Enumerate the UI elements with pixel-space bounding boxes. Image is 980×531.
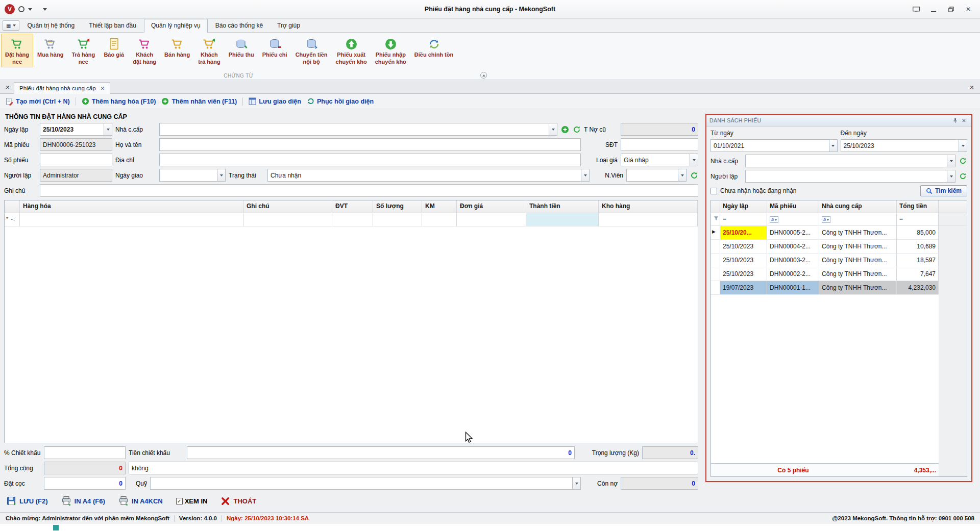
voucher-grid[interactable]: Ngày lập Mã phiếu Nhà cung cấp Tổng tiền… [710,200,967,477]
cell-thanh-tien[interactable] [526,213,599,226]
quick-access-caret-icon[interactable] [28,8,32,13]
filter-cell-ngay-lap[interactable]: = [720,213,767,225]
refresh-employee-button[interactable] [690,171,698,180]
column-header-nha-cung-cap[interactable]: Nhà cung cấp [819,200,897,213]
cell-nha-cung-cap[interactable]: Công ty TNHH Thươn... [819,281,897,294]
cell-so-luong[interactable] [373,213,422,226]
ribbon-button-dat-hang-ncc[interactable]: Đặt hàngncc [1,34,33,67]
ribbon-button-phieu-thu[interactable]: Phiếu thu [225,34,258,67]
preview-checkbox[interactable]: ✓ XEM IN [176,497,208,505]
status-filter-checkbox[interactable] [710,188,717,194]
voucher-grid-filter-row[interactable]: = a a = [711,213,967,226]
cell-kho-hang[interactable] [599,213,698,226]
cell-ma-phieu[interactable]: DHN00003-2... [767,254,819,267]
ribbon-button-chuyen-tien-noi-bo[interactable]: Chuyển tiềnnội bộ [291,34,332,67]
quy-input[interactable] [150,477,581,490]
tien-chiet-khau-input[interactable]: 0 [187,446,575,459]
close-tab-button-left[interactable]: ✕ [2,84,14,93]
ribbon-button-tra-hang-ncc[interactable]: Trả hàngncc [67,34,99,67]
cell-ma-phieu[interactable]: DHN00001-1... [767,281,819,294]
dropdown-arrow-icon[interactable] [581,169,589,181]
print-a4kcn-button[interactable]: IN A4KCN [118,496,163,506]
exit-button[interactable]: THOÁT [220,496,256,506]
dropdown-arrow-icon[interactable] [549,123,557,135]
column-header-don-gia[interactable]: Đơn giá [457,200,526,213]
nha-ccap-input[interactable] [159,123,557,136]
cell-km[interactable] [422,213,457,226]
dropdown-arrow-icon[interactable] [217,169,225,181]
dropdown-arrow-icon[interactable] [829,140,837,151]
column-header-km[interactable]: KM [422,200,457,213]
add-item-button[interactable]: Thêm hàng hóa (F10) [82,97,156,105]
cell-ngay-lap[interactable]: 25/10/2023 [720,267,767,281]
cell-ngay-lap[interactable]: 25/10/2023 [720,240,767,253]
cell-tong-tien[interactable]: 18,597 [897,254,939,267]
dropdown-arrow-icon[interactable] [690,154,698,166]
so-phieu-input[interactable] [40,154,112,166]
cell-nha-cung-cap[interactable]: Công ty TNHH Thươn... [819,254,897,267]
column-header-hang-hoa[interactable]: Hàng hóa [20,200,243,213]
save-layout-button[interactable]: Lưu giao diện [249,97,301,105]
pin-icon[interactable] [951,118,960,123]
dropdown-arrow-icon[interactable] [947,155,955,167]
search-button[interactable]: Tìm kiếm [920,185,967,196]
cell-ngay-lap[interactable]: 19/07/2023 [720,281,767,294]
order-items-grid[interactable]: Hàng hóa Ghi chú ĐVT Số lượng KM Đơn giá… [4,200,698,443]
close-button[interactable]: ✕ [961,3,976,15]
cell-nha-cung-cap[interactable]: Công ty TNHH Thươn... [819,267,897,281]
voucher-row-selected[interactable]: 19/07/2023 DHN00001-1... Công ty TNHH Th… [711,281,939,295]
ghi-chu-input[interactable] [40,184,698,197]
menu-tab-quan-ly-nghiep-vu[interactable]: Quản lý nghiệp vụ [144,19,208,33]
cell-ngay-lap[interactable]: 25/10/2023 [720,254,767,267]
print-a4-button[interactable]: IN A4 (F6) [61,496,105,506]
refresh-supplier-button[interactable] [572,125,581,134]
cell-nha-cung-cap[interactable]: Công ty TNHH Thươn... [819,240,897,253]
filter-cell-tong-tien[interactable]: = [897,213,939,225]
menu-tab-thiet-lap-ban-dau[interactable]: Thiết lập ban đầu [82,19,143,32]
close-icon[interactable]: ✕ [960,118,968,123]
cell-hang-hoa[interactable] [20,213,243,226]
cell-tong-tien[interactable]: 4,232,030 [897,281,939,294]
dropdown-arrow-icon[interactable] [959,140,967,151]
cell-don-gia[interactable] [457,213,526,226]
cell-tong-tien[interactable]: 10,689 [897,240,939,253]
column-header-kho-hang[interactable]: Kho hàng [599,200,698,213]
cell-tong-tien[interactable]: 85,000 [897,226,939,239]
refresh-creator-filter-button[interactable] [959,172,967,181]
close-icon[interactable]: ✕ [101,86,105,91]
dia-chi-input[interactable] [159,154,581,166]
menu-tab-tro-giup[interactable]: Trợ giúp [271,19,307,32]
dat-coc-input[interactable]: 0 [44,477,126,490]
add-employee-button[interactable]: Thêm nhân viên (F11) [161,97,237,105]
restore-button[interactable] [943,3,959,15]
save-button[interactable]: LƯU (F2) [6,496,48,506]
ribbon-button-mua-hang[interactable]: Mua hàng [33,34,67,67]
sdt-input[interactable] [621,138,698,151]
dropdown-arrow-icon[interactable] [947,170,955,182]
cell-tong-tien[interactable]: 7,647 [897,267,939,281]
column-header-dvt[interactable]: ĐVT [332,200,373,213]
tong-cong-bang-chu-field[interactable]: không [129,462,698,474]
column-header-ghi-chu[interactable]: Ghi chú [243,200,332,213]
ribbon-button-khach-dat-hang[interactable]: Kháchđặt hàng [129,34,160,67]
dropdown-arrow-icon[interactable] [104,123,112,135]
ngay-giao-input[interactable] [159,169,226,182]
ho-va-ten-input[interactable] [159,138,581,151]
toolbar-options-caret-icon[interactable] [43,8,47,13]
filter-cell-nha-cung-cap[interactable]: a [819,213,897,225]
ribbon-button-bao-gia[interactable]: Báo giá [99,34,129,67]
ribbon-button-phieu-xuat-chuyen-kho[interactable]: Phiếu xuấtchuyển kho [332,34,371,67]
panel-nha-ccap-input[interactable] [745,155,955,167]
ribbon-button-phieu-chi[interactable]: Phiếu chi [258,34,291,67]
dropdown-arrow-icon[interactable] [678,169,686,181]
refresh-supplier-filter-button[interactable] [959,157,967,165]
cell-ngay-lap[interactable]: 25/10/20... [720,226,767,239]
cell-ghi-chu[interactable] [243,213,332,226]
cell-ma-phieu[interactable]: DHN00002-2... [767,267,819,281]
restore-layout-button[interactable]: Phục hồi giao diện [307,97,374,105]
den-ngay-input[interactable]: 25/10/2023 [841,139,968,152]
ribbon-button-dieu-chinh-ton[interactable]: Điều chỉnh tồn [410,34,457,67]
create-new-button[interactable]: Tạo mới (Ctrl + N) [6,97,70,106]
voucher-row[interactable]: 25/10/2023 DHN00003-2... Công ty TNHH Th… [711,254,939,267]
ngay-lap-input[interactable]: 25/10/2023 [40,123,112,136]
